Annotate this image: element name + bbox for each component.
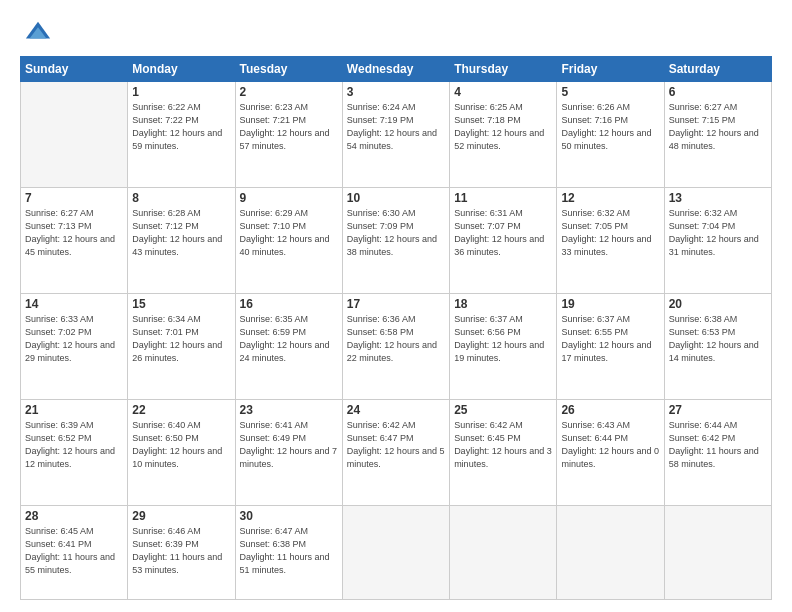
day-number: 21 [25,403,123,417]
calendar-cell: 20Sunrise: 6:38 AM Sunset: 6:53 PM Dayli… [664,294,771,400]
day-number: 1 [132,85,230,99]
day-header-friday: Friday [557,57,664,82]
day-info: Sunrise: 6:36 AM Sunset: 6:58 PM Dayligh… [347,313,445,365]
calendar-cell: 3Sunrise: 6:24 AM Sunset: 7:19 PM Daylig… [342,82,449,188]
calendar-cell: 19Sunrise: 6:37 AM Sunset: 6:55 PM Dayli… [557,294,664,400]
day-info: Sunrise: 6:27 AM Sunset: 7:15 PM Dayligh… [669,101,767,153]
day-number: 3 [347,85,445,99]
day-info: Sunrise: 6:32 AM Sunset: 7:04 PM Dayligh… [669,207,767,259]
day-number: 19 [561,297,659,311]
calendar-cell: 18Sunrise: 6:37 AM Sunset: 6:56 PM Dayli… [450,294,557,400]
calendar-cell: 4Sunrise: 6:25 AM Sunset: 7:18 PM Daylig… [450,82,557,188]
calendar-cell: 9Sunrise: 6:29 AM Sunset: 7:10 PM Daylig… [235,188,342,294]
day-number: 9 [240,191,338,205]
calendar-cell: 30Sunrise: 6:47 AM Sunset: 6:38 PM Dayli… [235,506,342,600]
day-info: Sunrise: 6:38 AM Sunset: 6:53 PM Dayligh… [669,313,767,365]
day-header-tuesday: Tuesday [235,57,342,82]
day-number: 18 [454,297,552,311]
day-number: 10 [347,191,445,205]
calendar-cell: 10Sunrise: 6:30 AM Sunset: 7:09 PM Dayli… [342,188,449,294]
calendar-cell: 12Sunrise: 6:32 AM Sunset: 7:05 PM Dayli… [557,188,664,294]
day-number: 14 [25,297,123,311]
page: SundayMondayTuesdayWednesdayThursdayFrid… [0,0,792,612]
calendar-cell: 24Sunrise: 6:42 AM Sunset: 6:47 PM Dayli… [342,400,449,506]
day-info: Sunrise: 6:29 AM Sunset: 7:10 PM Dayligh… [240,207,338,259]
day-info: Sunrise: 6:39 AM Sunset: 6:52 PM Dayligh… [25,419,123,471]
calendar-cell: 25Sunrise: 6:42 AM Sunset: 6:45 PM Dayli… [450,400,557,506]
calendar-cell: 14Sunrise: 6:33 AM Sunset: 7:02 PM Dayli… [21,294,128,400]
day-info: Sunrise: 6:40 AM Sunset: 6:50 PM Dayligh… [132,419,230,471]
day-header-sunday: Sunday [21,57,128,82]
day-number: 30 [240,509,338,523]
day-number: 8 [132,191,230,205]
calendar-cell: 15Sunrise: 6:34 AM Sunset: 7:01 PM Dayli… [128,294,235,400]
day-number: 2 [240,85,338,99]
day-header-saturday: Saturday [664,57,771,82]
day-number: 17 [347,297,445,311]
day-number: 5 [561,85,659,99]
calendar-cell: 13Sunrise: 6:32 AM Sunset: 7:04 PM Dayli… [664,188,771,294]
day-info: Sunrise: 6:35 AM Sunset: 6:59 PM Dayligh… [240,313,338,365]
calendar-cell [557,506,664,600]
day-number: 4 [454,85,552,99]
day-info: Sunrise: 6:43 AM Sunset: 6:44 PM Dayligh… [561,419,659,471]
day-info: Sunrise: 6:24 AM Sunset: 7:19 PM Dayligh… [347,101,445,153]
calendar-cell: 16Sunrise: 6:35 AM Sunset: 6:59 PM Dayli… [235,294,342,400]
day-number: 12 [561,191,659,205]
logo [20,18,52,46]
calendar-cell: 11Sunrise: 6:31 AM Sunset: 7:07 PM Dayli… [450,188,557,294]
calendar-cell: 8Sunrise: 6:28 AM Sunset: 7:12 PM Daylig… [128,188,235,294]
calendar-cell [21,82,128,188]
day-info: Sunrise: 6:32 AM Sunset: 7:05 PM Dayligh… [561,207,659,259]
day-info: Sunrise: 6:37 AM Sunset: 6:55 PM Dayligh… [561,313,659,365]
calendar-cell [450,506,557,600]
day-header-wednesday: Wednesday [342,57,449,82]
day-info: Sunrise: 6:37 AM Sunset: 6:56 PM Dayligh… [454,313,552,365]
day-number: 25 [454,403,552,417]
day-info: Sunrise: 6:42 AM Sunset: 6:47 PM Dayligh… [347,419,445,471]
day-number: 6 [669,85,767,99]
day-info: Sunrise: 6:28 AM Sunset: 7:12 PM Dayligh… [132,207,230,259]
day-number: 13 [669,191,767,205]
day-number: 15 [132,297,230,311]
day-number: 23 [240,403,338,417]
day-number: 26 [561,403,659,417]
header [20,18,772,46]
calendar-cell [664,506,771,600]
day-number: 11 [454,191,552,205]
day-info: Sunrise: 6:26 AM Sunset: 7:16 PM Dayligh… [561,101,659,153]
day-number: 7 [25,191,123,205]
day-number: 24 [347,403,445,417]
calendar-cell: 21Sunrise: 6:39 AM Sunset: 6:52 PM Dayli… [21,400,128,506]
calendar-cell: 22Sunrise: 6:40 AM Sunset: 6:50 PM Dayli… [128,400,235,506]
logo-icon [24,18,52,46]
calendar-cell: 5Sunrise: 6:26 AM Sunset: 7:16 PM Daylig… [557,82,664,188]
day-info: Sunrise: 6:23 AM Sunset: 7:21 PM Dayligh… [240,101,338,153]
day-number: 16 [240,297,338,311]
day-number: 29 [132,509,230,523]
day-info: Sunrise: 6:33 AM Sunset: 7:02 PM Dayligh… [25,313,123,365]
calendar-cell: 26Sunrise: 6:43 AM Sunset: 6:44 PM Dayli… [557,400,664,506]
day-info: Sunrise: 6:47 AM Sunset: 6:38 PM Dayligh… [240,525,338,577]
day-info: Sunrise: 6:27 AM Sunset: 7:13 PM Dayligh… [25,207,123,259]
calendar-cell: 7Sunrise: 6:27 AM Sunset: 7:13 PM Daylig… [21,188,128,294]
calendar-cell: 23Sunrise: 6:41 AM Sunset: 6:49 PM Dayli… [235,400,342,506]
day-info: Sunrise: 6:22 AM Sunset: 7:22 PM Dayligh… [132,101,230,153]
day-header-thursday: Thursday [450,57,557,82]
day-info: Sunrise: 6:46 AM Sunset: 6:39 PM Dayligh… [132,525,230,577]
calendar-cell: 1Sunrise: 6:22 AM Sunset: 7:22 PM Daylig… [128,82,235,188]
day-header-monday: Monday [128,57,235,82]
calendar-cell: 29Sunrise: 6:46 AM Sunset: 6:39 PM Dayli… [128,506,235,600]
calendar-cell: 27Sunrise: 6:44 AM Sunset: 6:42 PM Dayli… [664,400,771,506]
day-number: 20 [669,297,767,311]
calendar-cell: 28Sunrise: 6:45 AM Sunset: 6:41 PM Dayli… [21,506,128,600]
day-info: Sunrise: 6:45 AM Sunset: 6:41 PM Dayligh… [25,525,123,577]
calendar-cell [342,506,449,600]
day-number: 27 [669,403,767,417]
day-info: Sunrise: 6:31 AM Sunset: 7:07 PM Dayligh… [454,207,552,259]
day-info: Sunrise: 6:30 AM Sunset: 7:09 PM Dayligh… [347,207,445,259]
calendar-cell: 17Sunrise: 6:36 AM Sunset: 6:58 PM Dayli… [342,294,449,400]
day-info: Sunrise: 6:25 AM Sunset: 7:18 PM Dayligh… [454,101,552,153]
calendar-cell: 6Sunrise: 6:27 AM Sunset: 7:15 PM Daylig… [664,82,771,188]
day-info: Sunrise: 6:34 AM Sunset: 7:01 PM Dayligh… [132,313,230,365]
